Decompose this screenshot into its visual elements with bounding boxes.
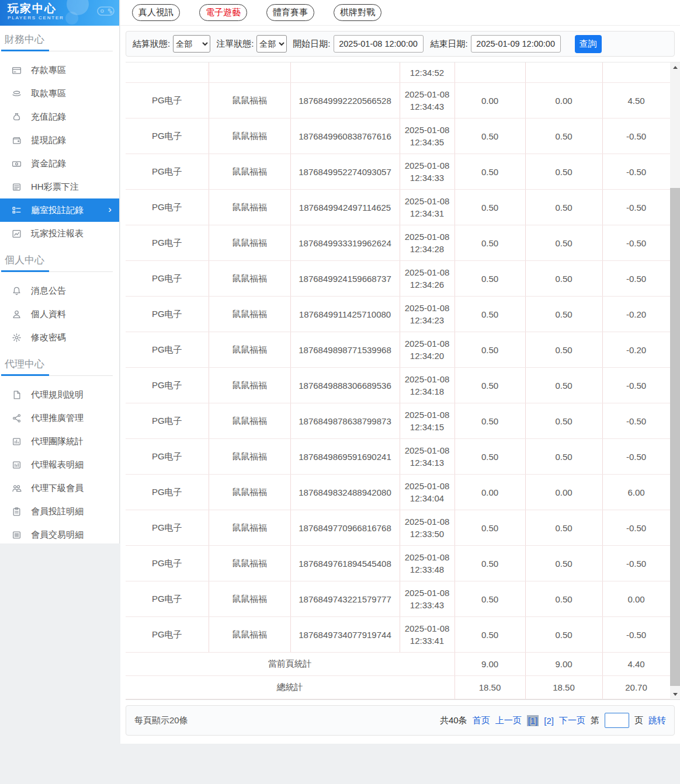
valid-bet-cell: 0.50 — [525, 190, 602, 225]
sidebar-item-player-report[interactable]: 玩家投注報表 — [0, 222, 119, 245]
sidebar-item-lottery-doc[interactable]: HH彩票下注 — [0, 175, 119, 198]
sidebar-item-team-stats[interactable]: 代理團隊統計 — [0, 430, 119, 453]
sidebar-item-report-detail[interactable]: 代理報表明細 — [0, 453, 119, 476]
sidebar-item-user[interactable]: 個人資料 — [0, 302, 119, 326]
next-page-link[interactable]: 下一页 — [559, 715, 585, 726]
table-row: PG电子鼠鼠福福18768497709668167682025-01-0812:… — [126, 510, 670, 546]
platform-cell: PG电子 — [126, 297, 209, 332]
pagination-bar: 每頁顯示20條 共40条 首页 上一页 [1] [2] 下一页 第 页 跳转 — [126, 705, 675, 736]
game-cell: 鼠鼠福福 — [209, 510, 290, 546]
tab-1-active[interactable]: 電子遊藝 — [199, 4, 247, 21]
bet-cell: 0.50 — [455, 546, 525, 581]
scrollbar-thumb[interactable] — [670, 188, 680, 686]
jump-button[interactable]: 跳转 — [648, 715, 666, 726]
share-icon — [12, 413, 22, 423]
bet-date: 2025-01-08 — [400, 124, 455, 136]
sidebar-item-label: 提現記錄 — [31, 135, 66, 146]
sidebar-item-label: 個人資料 — [31, 309, 66, 320]
time-cell: 2025-01-0812:34:28 — [400, 225, 455, 261]
platform-cell: PG电子 — [126, 475, 209, 510]
sidebar-item-label: 代理報表明細 — [31, 459, 84, 471]
sidebar-nav-list: 消息公告個人資料修改密碼 — [0, 277, 119, 350]
platform-cell: PG电子 — [126, 617, 209, 653]
scrollbar-up-arrow-icon[interactable] — [670, 62, 680, 72]
order-id-cell: 1876849992220566528 — [290, 83, 400, 119]
game-cell: 鼠鼠福福 — [209, 617, 290, 653]
winloss-cell: 0.00 — [602, 581, 670, 617]
order-id-cell: 1876849960838767616 — [290, 119, 400, 154]
time-cell: 2025-01-0812:34:35 — [400, 119, 455, 154]
platform-cell: PG电子 — [126, 439, 209, 475]
settle-status-label: 結算狀態: — [133, 39, 170, 50]
app-title: 玩家中心 — [8, 2, 119, 15]
valid-bet-cell: 0.50 — [525, 581, 602, 617]
prev-page-link[interactable]: 上一页 — [495, 715, 522, 726]
current-page-indicator[interactable]: [1] — [527, 715, 539, 726]
sidebar-item-room-bet-list[interactable]: 廳室投註記錄› — [0, 198, 119, 222]
bet-date: 2025-01-08 — [400, 88, 455, 100]
bet-time: 12:34:04 — [400, 492, 455, 504]
jump-prefix-label: 第 — [591, 715, 599, 726]
query-button[interactable]: 查詢 — [575, 35, 602, 53]
settle-status-select[interactable]: 全部 — [173, 35, 210, 53]
tab-0[interactable]: 真人視訊 — [132, 4, 180, 21]
order-id-cell: 1876849924159668737 — [290, 261, 400, 297]
first-page-link[interactable]: 首页 — [473, 715, 490, 726]
platform-cell: PG电子 — [126, 83, 209, 119]
sidebar-item-bell[interactable]: 消息公告 — [0, 279, 119, 302]
gear-icon — [12, 333, 22, 343]
sidebar-item-member-bet[interactable]: 會員投註明細 — [0, 500, 119, 523]
tab-2[interactable]: 體育賽事 — [266, 4, 314, 21]
main-panel: 真人視訊電子遊藝體育賽事棋牌對戰 結算狀態: 全部 注單狀態: 全部 開始日期:… — [120, 0, 680, 744]
platform-cell: PG电子 — [126, 119, 209, 154]
sidebar-item-recharge-bag[interactable]: 充值記錄 — [0, 105, 119, 128]
bet-cell: 0.50 — [455, 403, 525, 439]
sidebar-item-share[interactable]: 代理推廣管理 — [0, 406, 119, 430]
platform-cell: PG电子 — [126, 332, 209, 368]
page-2-link[interactable]: [2] — [544, 716, 554, 726]
start-date-input[interactable] — [334, 35, 424, 53]
sidebar: 玩家中心 PLAYERS CENTER 財務中心存款專區取款專區充值記錄提現記錄… — [0, 0, 120, 543]
summary-winloss-cell: 4.40 — [602, 653, 670, 676]
jump-page-input[interactable] — [605, 713, 629, 728]
pagination-controls: 共40条 首页 上一页 [1] [2] 下一页 第 页 跳转 — [440, 713, 666, 728]
sidebar-item-label: 資金記錄 — [31, 158, 66, 169]
winloss-cell: -0.50 — [602, 368, 670, 403]
member-trade-icon — [12, 530, 22, 540]
section-divider — [1, 50, 113, 51]
recharge-bag-icon — [12, 112, 22, 122]
valid-bet-cell — [525, 62, 602, 83]
scrollbar-down-arrow-icon[interactable] — [670, 689, 680, 699]
table-scrollbar[interactable] — [670, 62, 680, 699]
total-summary-row: 總統計18.5018.5020.70 — [126, 676, 670, 699]
tab-3[interactable]: 棋牌對戰 — [334, 4, 381, 21]
game-cell: 鼠鼠福福 — [209, 225, 290, 261]
bet-time: 12:34:26 — [400, 278, 455, 291]
sidebar-item-member-trade[interactable]: 會員交易明細 — [0, 523, 119, 546]
end-date-input[interactable] — [471, 35, 561, 53]
sidebar-item-label: HH彩票下注 — [31, 182, 79, 193]
sidebar-item-withdraw-hand[interactable]: 取款專區 — [0, 82, 119, 105]
withdraw-hand-icon — [12, 89, 22, 99]
sidebar-item-deposit-card[interactable]: 存款專區 — [0, 58, 119, 82]
time-cell: 2025-01-0812:33:41 — [400, 617, 455, 653]
sidebar-item-withdraw-record[interactable]: 提現記錄 — [0, 128, 119, 152]
team-stats-icon — [12, 437, 22, 447]
sidebar-item-rules-doc[interactable]: 代理規則說明 — [0, 383, 119, 406]
sidebar-item-gear[interactable]: 修改密碼 — [0, 326, 119, 349]
bet-records-table-container: 12:34:52PG电子鼠鼠福福18768499922205665282025-… — [126, 62, 680, 700]
platform-cell: PG电子 — [126, 510, 209, 546]
order-status-select[interactable]: 全部 — [256, 35, 287, 53]
sidebar-item-members[interactable]: 代理下級會員 — [0, 476, 119, 500]
sidebar-item-label: 會員交易明細 — [31, 529, 84, 541]
game-cell: 鼠鼠福福 — [209, 403, 290, 439]
table-row: PG电子鼠鼠福福18768498786387998732025-01-0812:… — [126, 403, 670, 439]
game-cell — [209, 62, 290, 83]
members-icon — [12, 483, 22, 493]
room-bet-list-icon — [12, 205, 22, 215]
section-divider — [1, 270, 113, 272]
funds-record-icon — [12, 159, 22, 169]
page-summary-row: 當前頁統計9.009.004.40 — [126, 653, 670, 676]
valid-bet-cell: 0.50 — [525, 439, 602, 475]
sidebar-item-funds-record[interactable]: 資金記錄 — [0, 152, 119, 175]
